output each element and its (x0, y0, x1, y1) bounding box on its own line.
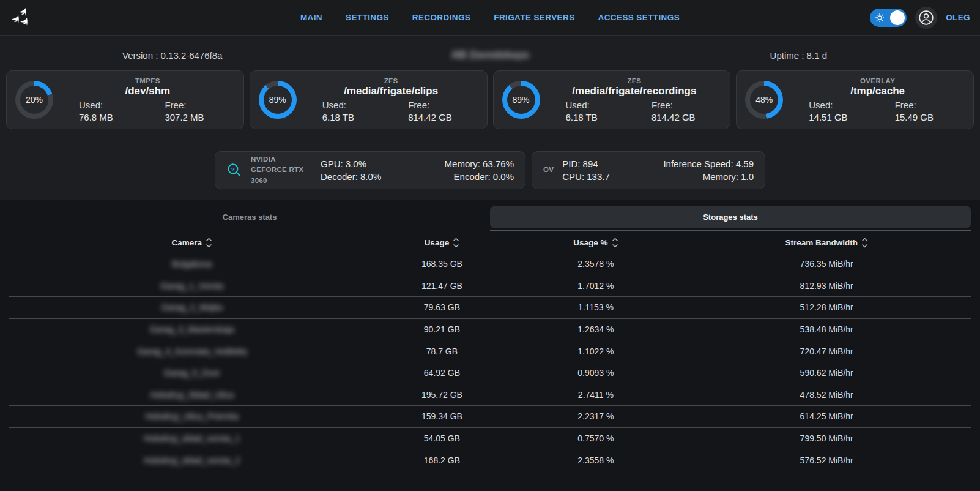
nav-item-frigate-servers[interactable]: FRIGATE SERVERS (494, 13, 574, 22)
fs-path: /media/frigate/recordings (548, 85, 722, 97)
sort-icon (612, 238, 618, 248)
usage-percent-value: 0.9093 % (509, 368, 682, 378)
usage-percent-value: 2.3578 % (509, 259, 682, 269)
used-label: Used: (61, 100, 147, 110)
free-label: Free: (634, 100, 721, 110)
stats-section: Cameras stats Storages stats Camera Usag… (0, 200, 980, 471)
table-row: Bulgakova168.35 GB2.3578 %736.35 MiB/hr (9, 253, 971, 275)
gpu-stats-card: ? NVIDIA GEFORCE RTX 3060 GPU: 3.0% Deco… (215, 151, 525, 189)
table-body: Bulgakova168.35 GB2.3578 %736.35 MiB/hrG… (9, 253, 971, 471)
table-row: Holodnyj_Ulica_Priemka159.34 GB2.2317 %6… (9, 406, 971, 428)
usage-gauge: 89% (259, 81, 297, 119)
gauge-percent: 20% (26, 95, 43, 105)
bandwidth-value: 478.52 MiB/hr (682, 390, 971, 400)
bandwidth-value: 736.35 MiB/hr (682, 259, 971, 269)
table-row: Holodnyj_sklad_vorota_154.05 GB0.7570 %7… (9, 428, 971, 450)
nav-item-main[interactable]: MAIN (300, 13, 322, 22)
gauge-percent: 89% (512, 95, 529, 105)
usage-value: 90.21 GB (374, 324, 509, 334)
table-row: Garag_5_Dvor64.92 GB0.9093 %590.62 MiB/h… (9, 362, 971, 384)
detector-inference-speed: Inference Speed: 4.59 (663, 159, 754, 169)
processor-cards-row: ? NVIDIA GEFORCE RTX 3060 GPU: 3.0% Deco… (0, 151, 980, 189)
bandwidth-value: 799.50 MiB/hr (682, 433, 971, 443)
table-row: Garag_1_Vorota121.47 GB1.7012 %812.93 Mi… (9, 275, 971, 298)
camera-name: Garag_4_Komnata_Voditelej (9, 347, 374, 356)
free-value: 15.49 GB (878, 112, 965, 122)
usage-gauge: 20% (15, 81, 53, 119)
storage-cards-row: 20% TMPFS /dev/shm Used: Free: 76.8 MB 3… (0, 70, 980, 129)
free-value: 814.42 GB (391, 112, 478, 122)
bandwidth-value: 538.48 MiB/hr (682, 324, 971, 334)
camera-name: Garag_1_Vorota (9, 281, 374, 291)
fs-type: ZFS (548, 77, 722, 84)
usage-value: 64.92 GB (374, 368, 509, 378)
user-avatar-button[interactable] (915, 7, 937, 29)
detector-name: ov (543, 165, 554, 175)
bandwidth-value: 590.62 MiB/hr (682, 368, 971, 378)
usage-percent-value: 1.1022 % (509, 347, 682, 356)
theme-toggle[interactable] (870, 9, 907, 27)
fs-type: OVERLAY (790, 77, 965, 84)
frigate-birds-icon (11, 6, 35, 30)
bandwidth-value: 576.52 MiB/hr (682, 455, 971, 465)
sort-icon (206, 238, 212, 248)
used-value: 6.18 TB (304, 112, 391, 122)
navbar: MAIN SETTINGS RECORDINGS FRIGATE SERVERS… (0, 0, 980, 36)
column-header-usage[interactable]: Usage (374, 238, 509, 248)
tab-cameras-stats[interactable]: Cameras stats (9, 206, 490, 228)
sort-icon (453, 238, 459, 248)
usage-gauge: 89% (502, 81, 540, 119)
usage-percent-value: 1.7012 % (509, 281, 682, 291)
gauge-percent: 48% (755, 95, 773, 105)
tab-storages-stats[interactable]: Storages stats (490, 206, 971, 228)
fs-path: /tmp/cache (790, 85, 965, 97)
usage-percent-value: 2.7411 % (509, 390, 682, 400)
detector-pid: PID: 894 (562, 159, 610, 169)
stats-tabs: Cameras stats Storages stats (9, 206, 971, 228)
bandwidth-value: 614.25 MiB/hr (682, 411, 971, 421)
table-row: Garag_2_Mojka79.63 GB1.1153 %512.28 MiB/… (9, 297, 971, 319)
fs-path: /dev/shm (61, 85, 235, 97)
frigate-logo[interactable] (10, 4, 37, 31)
usage-value: 159.34 GB (374, 411, 509, 421)
bandwidth-value: 812.93 MiB/hr (682, 281, 971, 291)
sort-icon (861, 238, 868, 248)
main-nav: MAIN SETTINGS RECORDINGS FRIGATE SERVERS… (0, 13, 980, 22)
storage-card-tmp-cache: 48% OVERLAY /tmp/cache Used: Free: 14.51… (736, 70, 974, 129)
usage-gauge: 48% (745, 81, 783, 119)
bandwidth-value: 720.47 MiB/hr (682, 347, 971, 356)
nav-item-settings[interactable]: SETTINGS (346, 13, 389, 22)
camera-name: Holodnyj_sklad_vorota_2 (9, 455, 374, 465)
camera-name: Holodnyj_Sklad_Ulica (9, 390, 374, 400)
toggle-knob (890, 10, 905, 25)
fs-path: /media/frigate/clips (304, 85, 478, 97)
sun-icon (875, 13, 885, 23)
used-value: 14.51 GB (790, 112, 877, 122)
column-header-stream-bandwidth[interactable]: Stream Bandwidth (682, 238, 971, 248)
system-overview-section: Version : 0.13.2-6476f8a AB Zavodskaya U… (0, 36, 980, 200)
usage-value: 168.35 GB (374, 259, 509, 269)
free-label: Free: (391, 100, 478, 110)
used-value: 76.8 MB (61, 112, 147, 122)
column-header-usage-percent[interactable]: Usage % (509, 238, 682, 248)
svg-text:?: ? (231, 166, 235, 173)
detector-cpu: CPU: 133.7 (562, 171, 610, 182)
nav-item-recordings[interactable]: RECORDINGS (412, 13, 471, 22)
storage-card-recordings: 89% ZFS /media/frigate/recordings Used: … (493, 70, 731, 129)
nav-item-access-settings[interactable]: ACCESS SETTINGS (598, 13, 680, 22)
camera-name: Bulgakova (9, 259, 374, 269)
table-row: Holodnyj_sklad_vorota_2168.2 GB2.3558 %5… (9, 449, 971, 471)
camera-name: Garag_2_Mojka (9, 302, 374, 312)
free-value: 814.42 GB (634, 112, 721, 122)
storage-card-clips: 89% ZFS /media/frigate/clips Used: Free:… (250, 70, 488, 129)
fs-type: TMPFS (61, 77, 235, 84)
usage-value: 79.63 GB (374, 302, 509, 312)
used-label: Used: (790, 100, 877, 110)
usage-percent-value: 2.2317 % (509, 411, 682, 421)
usage-value: 54.05 GB (374, 433, 509, 443)
usage-value: 195.72 GB (374, 390, 509, 400)
column-header-camera[interactable]: Camera (9, 238, 374, 248)
user-icon (918, 10, 934, 26)
fs-type: ZFS (304, 77, 478, 84)
username[interactable]: OLEG (946, 13, 970, 22)
